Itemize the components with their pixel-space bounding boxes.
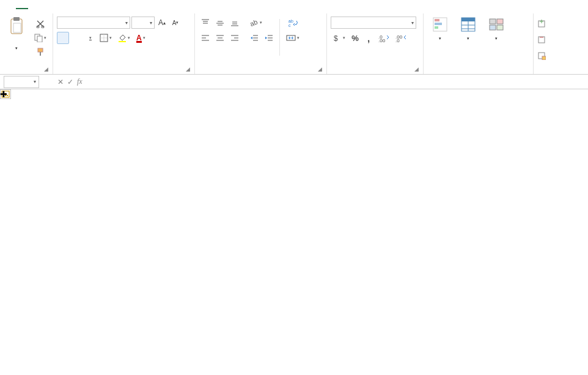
table-icon (460, 17, 476, 32)
tab-home[interactable] (16, 5, 28, 9)
tab-automate[interactable] (101, 6, 114, 9)
insert-cells-button[interactable] (535, 18, 548, 30)
svg-rect-1 (13, 17, 20, 21)
svg-rect-68 (5, 93, 6, 96)
tab-insert[interactable] (28, 6, 40, 9)
svg-text:.0: .0 (395, 38, 400, 42)
svg-rect-69 (7, 95, 8, 96)
tab-review[interactable] (77, 6, 89, 9)
decrease-font-button[interactable]: A▾ (169, 17, 182, 29)
merge-center-button[interactable]: ▾ (284, 32, 302, 44)
delete-cells-icon (537, 35, 546, 44)
name-box[interactable] (4, 76, 39, 88)
bucket-icon (118, 34, 127, 42)
group-font: A▴ A▾ ▾ ▾ ▾ A▾ ◢ (53, 13, 195, 74)
svg-rect-49 (435, 26, 438, 29)
group-truncated (534, 13, 552, 74)
border-button[interactable]: ▾ (97, 32, 114, 44)
ribbon: ▾ ▾ ◢ A▴ A▾ ▾ (0, 13, 588, 75)
enter-formula-button[interactable]: ✓ (67, 78, 73, 86)
align-top-button[interactable] (199, 17, 212, 29)
worksheet-grid[interactable]: ✚ (0, 89, 588, 375)
svg-rect-67 (3, 94, 4, 96)
svg-rect-6 (37, 36, 42, 42)
align-center-button[interactable] (213, 32, 227, 44)
align-middle-button[interactable] (213, 17, 227, 29)
underline-button[interactable]: ▾ (84, 32, 96, 44)
number-format-dropdown[interactable] (331, 17, 416, 29)
svg-rect-51 (461, 18, 475, 21)
tab-formulas[interactable] (53, 6, 65, 9)
italic-button[interactable] (70, 32, 83, 44)
svg-rect-56 (497, 19, 503, 24)
tab-page-layout[interactable] (40, 6, 53, 9)
tab-view[interactable] (89, 6, 101, 9)
tab-developer[interactable] (114, 6, 126, 9)
accounting-format-button[interactable]: $▾ (331, 32, 348, 44)
orientation-button[interactable]: ab▾ (248, 17, 265, 29)
comma-format-button[interactable]: , (362, 32, 375, 44)
group-number: $▾ % , .0.00 .00.0 ◢ (327, 13, 424, 74)
tab-ablebits-tools[interactable] (150, 6, 163, 9)
indent-icon (265, 34, 273, 42)
increase-font-button[interactable]: A▴ (156, 17, 168, 29)
percent-format-button[interactable]: % (349, 32, 361, 44)
align-left-button[interactable] (199, 32, 212, 44)
svg-rect-8 (40, 52, 41, 56)
tab-file[interactable] (4, 6, 16, 9)
decrease-indent-button[interactable] (248, 32, 261, 44)
increase-indent-button[interactable] (262, 32, 276, 44)
delete-cells-button[interactable] (535, 34, 548, 46)
svg-text:c: c (288, 23, 291, 27)
merge-icon (286, 34, 296, 42)
cell-styles-button[interactable]: ▾ (483, 15, 509, 42)
format-painter-button[interactable] (32, 46, 49, 58)
border-icon (100, 34, 108, 42)
format-cells-button[interactable] (535, 50, 548, 62)
svg-rect-55 (490, 19, 496, 24)
tab-data[interactable] (65, 6, 77, 9)
insert-function-button[interactable]: fx (77, 77, 83, 86)
copy-icon (34, 34, 43, 42)
align-right-icon (230, 34, 239, 42)
format-table-label: ▾ (467, 34, 469, 42)
font-name-dropdown[interactable] (57, 17, 130, 29)
scissors-icon (36, 20, 45, 28)
number-launcher[interactable]: ◢ (413, 66, 419, 72)
brush-icon (36, 48, 45, 56)
quick-analysis-button[interactable] (0, 89, 11, 99)
align-middle-icon (216, 18, 224, 27)
ribbon-tabs (0, 0, 588, 13)
font-launcher[interactable]: ◢ (185, 66, 191, 72)
svg-text:ab: ab (250, 18, 259, 27)
dec-decimal-icon: .00.0 (395, 34, 406, 42)
tab-help[interactable] (126, 6, 138, 9)
cancel-formula-button[interactable]: ✕ (57, 78, 64, 86)
orientation-icon: ab (250, 18, 259, 27)
conditional-formatting-button[interactable]: ▾ (427, 15, 453, 42)
alignment-launcher[interactable]: ◢ (317, 66, 323, 72)
align-bottom-button[interactable] (228, 17, 241, 29)
tab-foxit-pdf[interactable] (163, 6, 175, 9)
tab-ablebits-data[interactable] (138, 6, 150, 9)
format-as-table-button[interactable]: ▾ (455, 15, 481, 42)
font-color-button[interactable]: A▾ (134, 32, 148, 44)
align-left-icon (201, 34, 210, 42)
group-styles: ▾ ▾ ▾ (424, 13, 534, 74)
bold-button[interactable] (57, 32, 69, 44)
copy-button[interactable]: ▾ (32, 32, 49, 44)
insert-cells-icon (537, 20, 546, 28)
clipboard-icon (9, 17, 24, 35)
fill-color-button[interactable]: ▾ (116, 32, 133, 44)
quick-analysis-icon (1, 91, 10, 98)
cut-button[interactable] (32, 18, 49, 30)
conditional-fmt-label: ▾ (439, 34, 441, 42)
align-right-button[interactable] (228, 32, 241, 44)
font-size-dropdown[interactable] (131, 17, 155, 29)
clipboard-launcher[interactable]: ◢ (43, 66, 49, 72)
paste-button[interactable]: ▾ (4, 15, 29, 52)
align-center-icon (216, 34, 224, 42)
increase-decimal-button[interactable]: .0.00 (376, 32, 392, 44)
wrap-text-button[interactable]: abc (284, 17, 302, 29)
decrease-decimal-button[interactable]: .00.0 (393, 32, 409, 44)
